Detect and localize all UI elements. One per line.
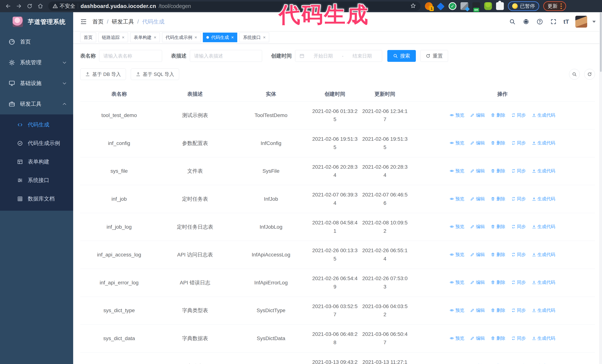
edit-link[interactable]: 编辑	[470, 363, 485, 364]
github-icon[interactable]	[522, 18, 530, 25]
extension-icon-gem[interactable]	[437, 3, 445, 10]
sync-link[interactable]: 同步	[511, 279, 526, 285]
import-sql-button[interactable]: 基于 SQL 导入	[131, 69, 179, 80]
preview-link[interactable]: 预览	[450, 307, 464, 313]
sidebar-fold-icon[interactable]	[79, 18, 88, 26]
sync-link[interactable]: 同步	[511, 307, 526, 313]
delete-link[interactable]: 删除	[491, 279, 505, 285]
delete-link[interactable]: 删除	[491, 140, 505, 146]
edit-link[interactable]: 编辑	[470, 252, 485, 258]
start-date-placeholder[interactable]: 开始日期	[308, 53, 339, 59]
delete-link[interactable]: 删除	[491, 335, 505, 341]
close-icon[interactable]: ×	[122, 35, 124, 40]
extension-icon-dark[interactable]: on	[472, 2, 480, 10]
date-range-picker[interactable]: 开始日期 - 结束日期	[295, 50, 382, 62]
edit-link[interactable]: 编辑	[470, 307, 485, 313]
extension-icon-grid[interactable]	[461, 2, 468, 10]
scrollbar-thumb[interactable]	[600, 13, 602, 72]
edit-link[interactable]: 编辑	[470, 168, 485, 174]
delete-link[interactable]: 删除	[491, 196, 505, 202]
kebab-menu-icon[interactable]	[560, 3, 562, 9]
sidebar-item-devtools[interactable]: 研发工具	[0, 94, 73, 114]
tab-system-api[interactable]: 系统接口×	[239, 32, 269, 42]
generate-code-link[interactable]: 生成代码	[532, 112, 555, 118]
show-search-toggle-button[interactable]	[569, 69, 580, 80]
delete-link[interactable]: 删除	[491, 252, 505, 258]
close-icon[interactable]: ×	[194, 35, 197, 40]
browser-update-button[interactable]: 更新	[543, 1, 566, 11]
font-size-icon[interactable]: tT	[563, 18, 569, 25]
generate-code-link[interactable]: 生成代码	[532, 279, 555, 285]
preview-link[interactable]: 预览	[450, 335, 464, 341]
close-icon[interactable]: ×	[231, 35, 234, 40]
sidebar-item-home[interactable]: 首页	[0, 31, 73, 52]
delete-link[interactable]: 删除	[491, 307, 505, 313]
generate-code-link[interactable]: 生成代码	[532, 252, 555, 258]
sync-link[interactable]: 同步	[511, 335, 526, 341]
delete-link[interactable]: 删除	[491, 112, 505, 118]
preview-link[interactable]: 预览	[450, 224, 464, 229]
preview-link[interactable]: 预览	[450, 168, 464, 174]
preview-link[interactable]: 预览	[450, 363, 464, 364]
sidebar-item-db-doc[interactable]: 数据库文档	[0, 190, 73, 208]
sidebar-item-codegen[interactable]: 代码生成	[0, 115, 73, 134]
extension-icon-orange[interactable]: 1	[425, 2, 433, 10]
edit-link[interactable]: 编辑	[470, 279, 485, 285]
breadcrumb-devtools[interactable]: 研发工具	[112, 18, 134, 26]
sidebar-item-codegen-demo[interactable]: 代码生成示例	[0, 134, 73, 153]
reset-button[interactable]: 重置	[420, 50, 448, 62]
app-logo[interactable]: 芋道管理系统	[0, 12, 73, 31]
extension-icon-green[interactable]	[484, 2, 492, 10]
preview-link[interactable]: 预览	[450, 279, 464, 285]
sync-link[interactable]: 同步	[511, 168, 526, 174]
generate-code-link[interactable]: 生成代码	[532, 168, 555, 174]
table-name-input[interactable]: 请输入表名称	[99, 50, 162, 62]
sidebar-item-form-builder[interactable]: 表单构建	[0, 153, 73, 171]
preview-link[interactable]: 预览	[450, 140, 464, 146]
import-db-button[interactable]: 基于 DB 导入	[80, 69, 126, 80]
generate-code-link[interactable]: 生成代码	[532, 224, 555, 229]
sync-link[interactable]: 同步	[511, 112, 526, 118]
extensions-puzzle-icon[interactable]	[496, 2, 504, 10]
table-desc-input[interactable]: 请输入表描述	[190, 50, 262, 62]
generate-code-link[interactable]: 生成代码	[532, 335, 555, 341]
sidebar-item-infra[interactable]: 基础设施	[0, 73, 73, 94]
search-icon[interactable]	[509, 18, 516, 25]
generate-code-link[interactable]: 生成代码	[532, 140, 555, 146]
browser-home-button[interactable]	[36, 2, 44, 10]
edit-link[interactable]: 编辑	[470, 112, 485, 118]
delete-link[interactable]: 删除	[491, 363, 505, 364]
delete-link[interactable]: 删除	[491, 168, 505, 174]
edit-link[interactable]: 编辑	[470, 224, 485, 229]
sync-link[interactable]: 同步	[511, 140, 526, 146]
close-icon[interactable]: ×	[263, 35, 266, 40]
preview-link[interactable]: 预览	[450, 112, 464, 118]
preview-link[interactable]: 预览	[450, 196, 464, 202]
help-icon[interactable]	[536, 18, 543, 25]
bookmark-star-icon[interactable]	[410, 3, 416, 10]
generate-code-link[interactable]: 生成代码	[532, 196, 555, 202]
address-bar[interactable]: 不安全 dashboard.yudao.iocoder.cn/tool/code…	[48, 1, 420, 11]
preview-link[interactable]: 预览	[450, 252, 464, 258]
generate-code-link[interactable]: 生成代码	[532, 307, 555, 313]
tab-form-builder[interactable]: 表单构建×	[130, 32, 160, 42]
search-button[interactable]: 搜索	[387, 50, 416, 62]
sidebar-item-system[interactable]: 系统管理	[0, 52, 73, 73]
sync-link[interactable]: 同步	[511, 196, 526, 202]
generate-code-link[interactable]: 生成代码	[532, 363, 555, 364]
extension-icon-check[interactable]: ✓	[449, 2, 456, 10]
edit-link[interactable]: 编辑	[470, 140, 485, 146]
close-icon[interactable]: ×	[154, 35, 156, 40]
sync-link[interactable]: 同步	[511, 252, 526, 258]
sync-link[interactable]: 同步	[511, 363, 526, 364]
browser-reload-button[interactable]	[26, 2, 34, 10]
edit-link[interactable]: 编辑	[470, 196, 485, 202]
tab-tracing[interactable]: 链路追踪×	[98, 32, 128, 42]
end-date-placeholder[interactable]: 结束日期	[346, 53, 378, 59]
tab-home[interactable]: 首页	[80, 32, 96, 42]
tab-codegen[interactable]: 代码生成×	[203, 32, 237, 42]
page-scrollbar[interactable]	[599, 12, 602, 364]
paused-extension-pill[interactable]: 已暂停	[508, 1, 539, 11]
user-avatar[interactable]	[575, 16, 587, 28]
tab-codegen-demo[interactable]: 代码生成示例×	[162, 32, 201, 42]
